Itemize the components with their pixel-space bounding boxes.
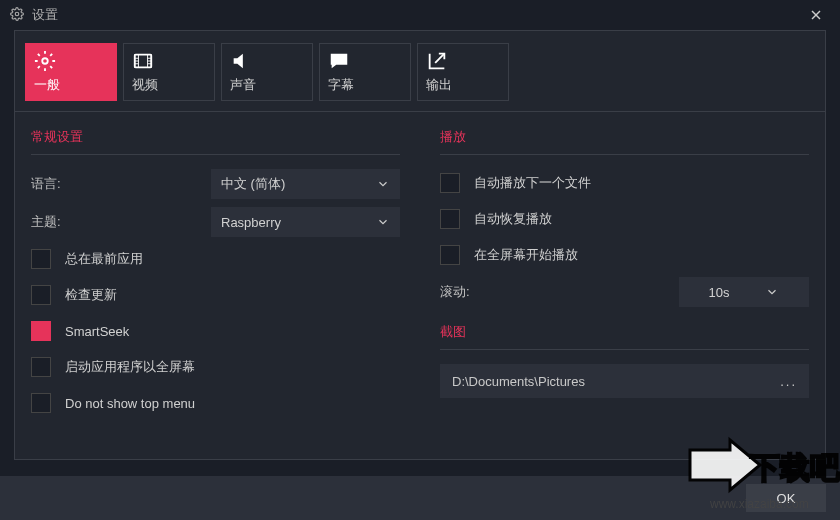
language-select[interactable]: 中文 (简体) bbox=[211, 169, 400, 199]
checkbox-row: Do not show top menu bbox=[31, 389, 400, 417]
checkbox-row: 在全屏幕开始播放 bbox=[440, 241, 809, 269]
checkbox-label: Do not show top menu bbox=[65, 396, 195, 411]
checkbox-label: 检查更新 bbox=[65, 286, 117, 304]
screenshot-path: D:\Documents\Pictures bbox=[452, 374, 585, 389]
tab-video[interactable]: 视频 bbox=[123, 43, 215, 101]
chevron-down-icon bbox=[376, 177, 390, 191]
checkbox-label: SmartSeek bbox=[65, 324, 129, 339]
checkbox-label: 自动播放下一个文件 bbox=[474, 174, 591, 192]
section-general: 常规设置 bbox=[31, 122, 400, 155]
scroll-select[interactable]: 10s bbox=[679, 277, 809, 307]
svg-point-0 bbox=[15, 12, 19, 16]
film-icon bbox=[132, 50, 154, 75]
ok-button[interactable]: OK bbox=[746, 484, 826, 512]
tab-label: 输出 bbox=[426, 76, 500, 94]
tab-subtitle[interactable]: 字幕 bbox=[319, 43, 411, 101]
tab-label: 一般 bbox=[34, 76, 108, 94]
gear-icon bbox=[34, 50, 56, 75]
scroll-value: 10s bbox=[709, 285, 730, 300]
checkbox[interactable] bbox=[440, 173, 460, 193]
checkbox-row: 总在最前应用 bbox=[31, 245, 400, 273]
section-screenshot: 截图 bbox=[440, 317, 809, 350]
tab-label: 字幕 bbox=[328, 76, 402, 94]
scroll-label: 滚动: bbox=[440, 283, 500, 301]
checkbox[interactable] bbox=[31, 249, 51, 269]
export-icon bbox=[426, 50, 448, 75]
checkbox-label: 启动应用程序以全屏幕 bbox=[65, 358, 195, 376]
checkbox-label: 自动恢复播放 bbox=[474, 210, 552, 228]
checkbox[interactable] bbox=[31, 285, 51, 305]
window-title: 设置 bbox=[32, 6, 58, 24]
checkbox[interactable] bbox=[31, 357, 51, 377]
checkbox[interactable] bbox=[31, 321, 51, 341]
screenshot-path-field[interactable]: D:\Documents\Pictures ... bbox=[440, 364, 809, 398]
tab-label: 声音 bbox=[230, 76, 304, 94]
theme-select[interactable]: Raspberry bbox=[211, 207, 400, 237]
checkbox[interactable] bbox=[440, 209, 460, 229]
section-playback: 播放 bbox=[440, 122, 809, 155]
chevron-down-icon bbox=[376, 215, 390, 229]
checkbox[interactable] bbox=[31, 393, 51, 413]
theme-label: 主题: bbox=[31, 213, 211, 231]
svg-point-3 bbox=[42, 58, 48, 64]
speech-icon bbox=[328, 50, 350, 75]
settings-panel: 一般 视频 声音 字幕 输出 常规设置 bbox=[14, 30, 826, 460]
browse-button[interactable]: ... bbox=[780, 374, 797, 389]
checkbox-row: SmartSeek bbox=[31, 317, 400, 345]
checkbox-row: 检查更新 bbox=[31, 281, 400, 309]
checkbox-label: 在全屏幕开始播放 bbox=[474, 246, 578, 264]
tab-audio[interactable]: 声音 bbox=[221, 43, 313, 101]
tab-output[interactable]: 输出 bbox=[417, 43, 509, 101]
checkbox-row: 自动恢复播放 bbox=[440, 205, 809, 233]
bottom-bar: OK bbox=[0, 476, 840, 520]
checkbox-row: 自动播放下一个文件 bbox=[440, 169, 809, 197]
tab-general[interactable]: 一般 bbox=[25, 43, 117, 101]
language-value: 中文 (简体) bbox=[221, 175, 285, 193]
chevron-down-icon bbox=[765, 285, 779, 299]
checkbox[interactable] bbox=[440, 245, 460, 265]
language-label: 语言: bbox=[31, 175, 211, 193]
speaker-icon bbox=[230, 50, 252, 75]
titlebar: 设置 bbox=[0, 0, 840, 30]
ok-label: OK bbox=[777, 491, 796, 506]
gear-icon bbox=[10, 7, 24, 24]
theme-value: Raspberry bbox=[221, 215, 281, 230]
checkbox-label: 总在最前应用 bbox=[65, 250, 143, 268]
tabs: 一般 视频 声音 字幕 输出 bbox=[15, 31, 825, 112]
close-button[interactable] bbox=[802, 4, 830, 26]
tab-label: 视频 bbox=[132, 76, 206, 94]
checkbox-row: 启动应用程序以全屏幕 bbox=[31, 353, 400, 381]
